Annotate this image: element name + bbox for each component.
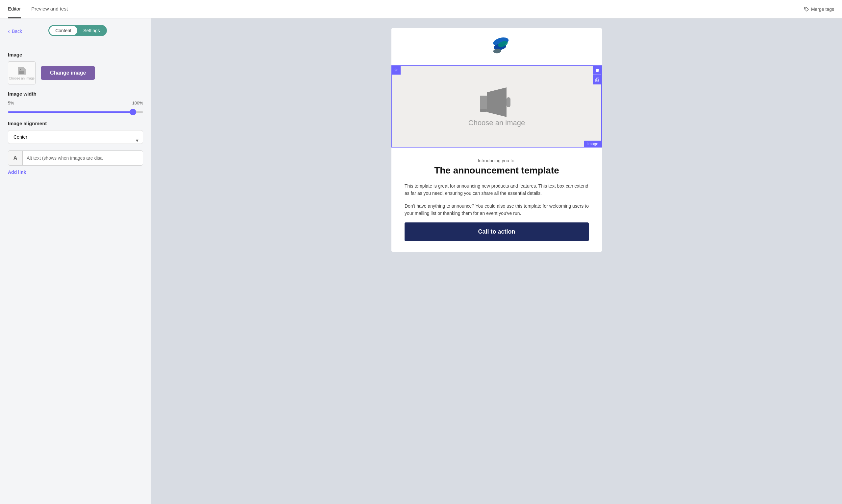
change-image-button[interactable]: Change image <box>41 66 95 80</box>
main-layout: ‹ Back Content Settings Image Choo <box>0 18 842 504</box>
toggle-settings-btn[interactable]: Settings <box>77 26 106 35</box>
svg-point-2 <box>20 69 21 70</box>
image-preview-box: Choose an image <box>8 61 35 85</box>
email-preview-container: ✥ <box>391 28 602 252</box>
tag-icon <box>804 6 809 12</box>
svg-rect-1 <box>19 71 24 74</box>
image-action-buttons <box>593 66 602 85</box>
alignment-select-wrapper: Left Center Right <box>8 130 143 150</box>
right-content-area: ✥ <box>151 18 842 504</box>
cta-button[interactable]: Call to action <box>405 222 589 241</box>
megaphone-icon <box>477 86 516 119</box>
svg-rect-8 <box>596 68 598 69</box>
image-alignment-label: Image alignment <box>8 121 143 126</box>
back-button[interactable]: ‹ Back <box>8 28 22 35</box>
logo-image <box>482 36 512 56</box>
copy-image-button[interactable] <box>593 75 602 85</box>
svg-point-0 <box>805 8 806 8</box>
alt-text-icon: A <box>8 151 23 165</box>
tab-preview[interactable]: Preview and test <box>31 0 68 18</box>
email-body: Introducing you to: The announcement tem… <box>391 147 602 252</box>
image-placeholder-icon-small <box>16 66 27 75</box>
alt-text-input[interactable] <box>23 151 143 165</box>
width-max-label: 100% <box>132 101 143 106</box>
image-width-slider-container <box>8 108 143 114</box>
nav-tabs: Editor Preview and test <box>8 0 68 18</box>
move-handle[interactable]: ✥ <box>391 66 401 75</box>
alignment-select[interactable]: Left Center Right <box>8 130 143 144</box>
email-intro-text: Introducing you to: <box>405 158 589 163</box>
svg-rect-13 <box>506 97 511 107</box>
delete-image-button[interactable] <box>593 66 602 75</box>
image-placeholder-text: Choose an image <box>468 119 525 127</box>
image-width-slider[interactable] <box>8 111 143 113</box>
copy-icon <box>595 77 600 82</box>
email-body-paragraph-2: Don't have anything to announce? You cou… <box>405 202 589 217</box>
email-body-paragraph-1: This template is great for announcing ne… <box>405 182 589 197</box>
tab-editor[interactable]: Editor <box>8 0 21 18</box>
left-panel: ‹ Back Content Settings Image Choo <box>0 18 151 504</box>
back-arrow-icon: ‹ <box>8 28 10 35</box>
merge-tags-button[interactable]: Merge tags <box>804 6 834 12</box>
alt-text-row: A <box>8 150 143 166</box>
add-link-button[interactable]: Add link <box>8 169 26 175</box>
image-preview-label: Choose an image <box>9 76 35 80</box>
toggle-content-btn[interactable]: Content <box>49 26 77 35</box>
width-min-label: 5% <box>8 101 14 106</box>
svg-marker-11 <box>480 96 487 109</box>
svg-rect-14 <box>480 109 487 112</box>
svg-marker-12 <box>487 87 506 117</box>
email-header <box>391 28 602 66</box>
top-navigation: Editor Preview and test Merge tags <box>0 0 842 18</box>
image-badge: Image <box>584 141 602 147</box>
image-section-wrapper: ✥ <box>391 66 602 147</box>
image-section-label: Image <box>8 52 143 57</box>
image-placeholder-section: Choose an image Image <box>391 66 602 147</box>
delete-icon <box>595 68 600 72</box>
content-settings-toggle: Content Settings <box>48 25 107 36</box>
image-width-label: Image width <box>8 91 143 96</box>
image-preview-row: Choose an image Change image <box>8 61 143 85</box>
email-title: The announcement template <box>405 165 589 176</box>
svg-rect-9 <box>596 78 599 81</box>
width-range-row: 5% 100% <box>8 101 143 106</box>
svg-rect-10 <box>596 79 598 82</box>
